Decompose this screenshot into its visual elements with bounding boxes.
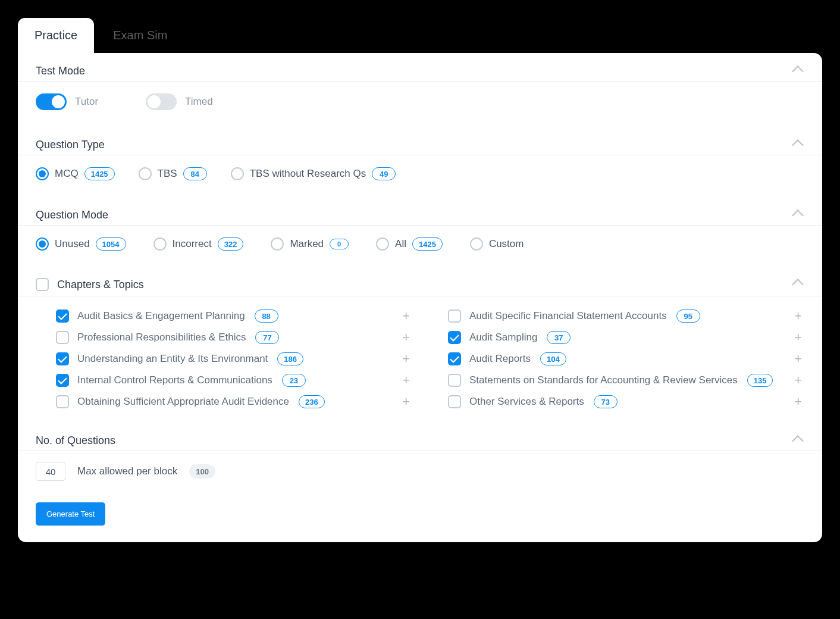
radio-tbs[interactable]: TBS 84 [139, 167, 207, 180]
section-header-noq: No. of Questions [18, 423, 822, 451]
num-questions-input[interactable] [36, 462, 65, 481]
topic-row: Professional Responsibilities & Ethics 7… [56, 331, 412, 344]
topic-label: Internal Control Reports & Communication… [77, 374, 272, 386]
count-badge: 1425 [412, 237, 443, 251]
topic-checkbox[interactable] [448, 331, 461, 344]
topic-label: Other Services & Reports [469, 396, 584, 408]
radio-label: Marked [290, 238, 324, 250]
radio-label: Custom [489, 238, 524, 250]
expand-icon[interactable]: + [400, 310, 412, 323]
toggle-tutor-switch[interactable] [36, 93, 67, 110]
section-title: Test Mode [36, 65, 85, 77]
expand-icon[interactable]: + [400, 395, 412, 408]
section-body-question-type: MCQ 1425 TBS 84 TBS without Research Qs … [18, 155, 822, 197]
section-header-chapters: Chapters & Topics [18, 267, 822, 296]
topic-row: Audit Reports 104 + [448, 352, 804, 365]
chevron-up-icon[interactable] [792, 279, 804, 290]
radio-all[interactable]: All 1425 [376, 237, 443, 251]
topics-grid: Audit Basics & Engagement Planning 88 + … [18, 296, 822, 423]
tab-exam-sim[interactable]: Exam Sim [96, 18, 184, 53]
radio-marked[interactable]: Marked 0 [271, 237, 349, 251]
topic-checkbox[interactable] [56, 331, 69, 344]
radio-incorrect[interactable]: Incorrect 322 [153, 237, 244, 251]
toggle-tutor-label: Tutor [75, 96, 98, 108]
chevron-up-icon[interactable] [792, 435, 804, 447]
radio-custom[interactable]: Custom [470, 237, 524, 251]
count-badge: 135 [747, 374, 773, 387]
radio-icon [139, 167, 152, 180]
topic-row: Statements on Standards for Accounting &… [448, 374, 804, 387]
topic-row: Internal Control Reports & Communication… [56, 374, 412, 387]
toggle-knob [52, 95, 65, 108]
checkbox-select-all[interactable] [36, 278, 49, 291]
section-title: Question Mode [36, 209, 108, 221]
topic-label: Audit Specific Financial Statement Accou… [469, 310, 667, 322]
expand-icon[interactable]: + [400, 352, 412, 365]
topic-label: Professional Responsibilities & Ethics [77, 332, 246, 343]
radio-icon [231, 167, 244, 180]
toggle-timed-label: Timed [185, 96, 213, 108]
toggle-timed: Timed [146, 93, 213, 110]
count-badge: 95 [676, 310, 700, 323]
radio-label: All [395, 238, 406, 250]
topic-checkbox[interactable] [448, 310, 461, 323]
topic-label: Audit Sampling [469, 332, 537, 343]
chevron-up-icon[interactable] [792, 139, 804, 151]
chevron-up-icon[interactable] [792, 210, 804, 221]
generate-test-button[interactable]: Generate Test [36, 502, 105, 526]
topic-row: Obtaining Sufficient Appropriate Audit E… [56, 395, 412, 408]
count-badge: 0 [330, 239, 349, 249]
expand-icon[interactable]: + [792, 395, 804, 408]
toggle-tutor: Tutor [36, 93, 98, 110]
topic-row: Understanding an Entity & Its Environman… [56, 352, 412, 365]
chevron-up-icon[interactable] [792, 65, 804, 77]
toggle-timed-switch[interactable] [146, 93, 177, 110]
section-title: Question Type [36, 139, 105, 151]
topic-checkbox[interactable] [56, 374, 69, 387]
radio-tbs-no-research[interactable]: TBS without Research Qs 49 [231, 167, 396, 180]
count-badge: 322 [218, 237, 244, 251]
max-allowed-label: Max allowed per block [77, 465, 177, 477]
topic-label: Audit Reports [469, 353, 531, 365]
radio-icon [36, 167, 49, 180]
tab-practice[interactable]: Practice [18, 18, 94, 53]
section-header-test-mode: Test Mode [18, 53, 822, 82]
topic-checkbox[interactable] [56, 395, 69, 408]
expand-icon[interactable]: + [400, 331, 412, 344]
section-title: No. of Questions [36, 434, 115, 447]
topic-checkbox[interactable] [448, 374, 461, 387]
expand-icon[interactable]: + [792, 310, 804, 323]
topic-checkbox[interactable] [448, 395, 461, 408]
count-badge: 49 [372, 167, 396, 180]
topic-label: Audit Basics & Engagement Planning [77, 310, 245, 322]
radio-icon [153, 237, 167, 251]
count-badge: 73 [594, 395, 618, 408]
max-allowed-value: 100 [189, 464, 215, 479]
topic-row: Audit Specific Financial Statement Accou… [448, 310, 804, 323]
expand-icon[interactable]: + [792, 352, 804, 365]
radio-icon [36, 237, 49, 251]
expand-icon[interactable]: + [792, 331, 804, 344]
count-badge: 104 [540, 352, 566, 365]
section-header-question-type: Question Type [18, 127, 822, 155]
topic-checkbox[interactable] [56, 310, 69, 323]
topic-row: Other Services & Reports 73 + [448, 395, 804, 408]
section-title: Chapters & Topics [57, 279, 144, 291]
topic-row: Audit Sampling 37 + [448, 331, 804, 344]
topic-checkbox[interactable] [56, 352, 69, 365]
expand-icon[interactable]: + [792, 374, 804, 387]
topic-label: Obtaining Sufficient Appropriate Audit E… [77, 396, 289, 408]
topic-checkbox[interactable] [448, 352, 461, 365]
tab-bar: Practice Exam Sim [18, 18, 822, 53]
radio-mcq[interactable]: MCQ 1425 [36, 167, 115, 180]
topic-label: Understanding an Entity & Its Environman… [77, 353, 268, 365]
expand-icon[interactable]: + [400, 374, 412, 387]
count-badge: 37 [547, 331, 571, 344]
count-badge: 186 [277, 352, 303, 365]
toggle-knob [148, 95, 161, 108]
count-badge: 88 [255, 310, 278, 323]
radio-icon [470, 237, 483, 251]
count-badge: 1425 [84, 167, 115, 180]
radio-icon [376, 237, 389, 251]
radio-unused[interactable]: Unused 1054 [36, 237, 126, 251]
